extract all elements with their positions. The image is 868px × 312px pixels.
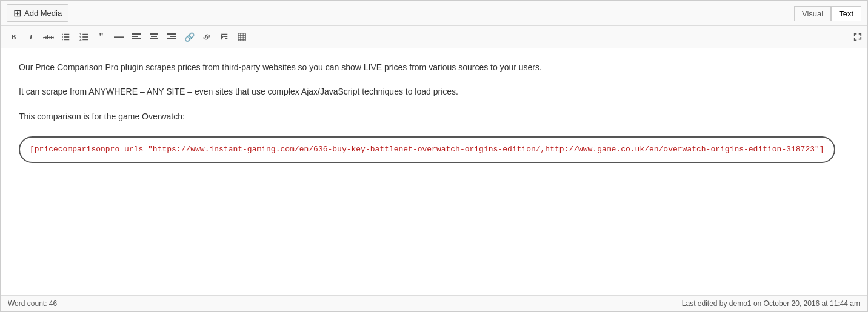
view-tabs: Visual Text: [794, 6, 861, 21]
align-right-button[interactable]: [164, 29, 179, 45]
link-button[interactable]: 🔗: [181, 29, 197, 45]
svg-rect-4: [62, 39, 63, 41]
ol-button[interactable]: 1.2.3.: [76, 29, 92, 45]
paragraph-3: This comparison is for the game Overwatc…: [19, 110, 849, 123]
paragraph-1: Our Price Comparison Pro plugin scrapes …: [19, 61, 849, 74]
svg-rect-9: [82, 36, 88, 38]
svg-rect-20: [167, 33, 176, 35]
svg-rect-17: [151, 36, 157, 37]
svg-rect-23: [171, 41, 176, 41]
shortcode-text: [pricecomparisonpro urls="https://www.in…: [30, 145, 824, 154]
svg-rect-3: [64, 36, 70, 38]
svg-rect-5: [64, 39, 70, 41]
align-left-button[interactable]: [129, 29, 144, 45]
svg-rect-11: [82, 39, 88, 41]
table-button[interactable]: [234, 29, 250, 45]
word-count-label: Word count:: [8, 299, 47, 308]
svg-rect-22: [167, 38, 176, 39]
align-center-button[interactable]: [146, 29, 162, 45]
top-bar: ⊞ Add Media Visual Text: [1, 1, 867, 26]
editor-wrapper: ⊞ Add Media Visual Text B I abc 1.2.3. "…: [0, 0, 868, 312]
editor-content[interactable]: Our Price Comparison Pro plugin scrapes …: [1, 48, 867, 295]
svg-rect-15: [132, 41, 137, 41]
svg-rect-0: [62, 34, 63, 35]
add-media-icon: ⊞: [13, 7, 21, 19]
svg-rect-1: [64, 34, 70, 35]
italic-button[interactable]: I: [23, 29, 39, 45]
svg-rect-19: [152, 41, 156, 41]
svg-rect-21: [170, 36, 176, 37]
tab-visual[interactable]: Visual: [794, 6, 831, 21]
add-media-label: Add Media: [24, 8, 62, 18]
blockquote-button[interactable]: ": [93, 29, 109, 45]
svg-rect-7: [82, 34, 88, 35]
svg-rect-13: [132, 36, 138, 37]
word-count: Word count: 46: [8, 299, 57, 308]
svg-rect-12: [132, 33, 141, 35]
svg-rect-2: [62, 36, 63, 38]
paragraph-2: It can scrape from ANYWHERE – ANY SITE –…: [19, 85, 849, 98]
word-count-value: 46: [49, 299, 57, 308]
expand-button[interactable]: [853, 29, 863, 45]
bold-button[interactable]: B: [5, 29, 21, 45]
svg-text:3.: 3.: [79, 38, 82, 41]
toolbar: B I abc 1.2.3. " — 🔗: [1, 26, 867, 48]
add-media-button[interactable]: ⊞ Add Media: [7, 4, 68, 22]
hr-button[interactable]: —: [111, 29, 127, 45]
svg-rect-16: [150, 33, 158, 35]
unlink-button[interactable]: [199, 29, 215, 45]
strikethrough-button[interactable]: abc: [41, 29, 56, 45]
status-bar: Word count: 46 Last edited by demo1 on O…: [1, 295, 867, 311]
last-edited: Last edited by demo1 on October 20, 2016…: [682, 299, 860, 308]
ul-button[interactable]: [58, 29, 74, 45]
tab-text[interactable]: Text: [831, 6, 861, 21]
indent-button[interactable]: [216, 29, 232, 45]
shortcode-block: [pricecomparisonpro urls="https://www.in…: [19, 136, 835, 163]
svg-rect-18: [150, 38, 158, 39]
svg-rect-14: [132, 38, 141, 39]
